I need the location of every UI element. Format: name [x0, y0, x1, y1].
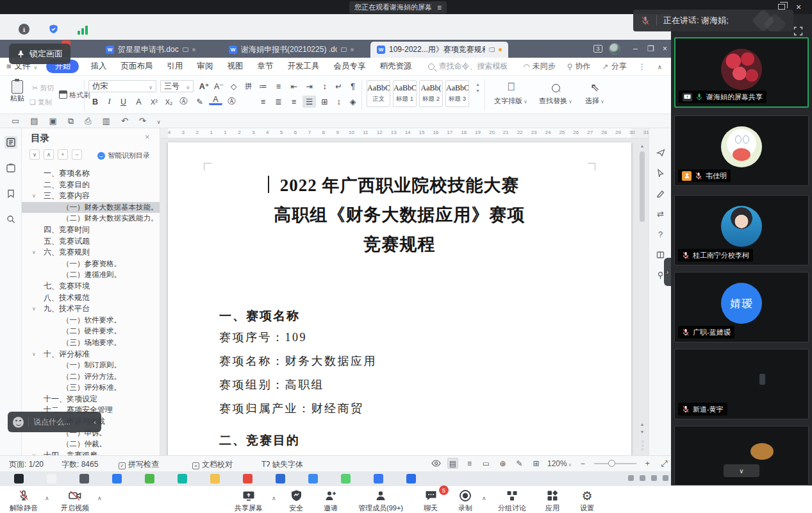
style-card[interactable]: AaBbC 正文	[367, 80, 390, 107]
missing-font-button[interactable]: 缺失字体	[261, 459, 303, 470]
taskbar-app-icon[interactable]	[276, 474, 285, 484]
numbered-list-icon[interactable]	[272, 80, 285, 92]
command-search[interactable]: 查找命令、搜索模板	[428, 61, 508, 72]
scroll-options-dots[interactable]: ○○○	[640, 440, 645, 451]
increase-indent-icon[interactable]	[302, 80, 316, 92]
toc-item[interactable]: （三）评分标准。	[22, 382, 160, 394]
start-video-button[interactable]: 开启视频	[56, 488, 94, 513]
tray-icon[interactable]	[663, 475, 668, 481]
scroll-up-icon[interactable]: ▲	[640, 144, 645, 148]
page-view-icon[interactable]	[447, 458, 458, 469]
save-icon[interactable]	[49, 117, 57, 125]
font-color-button[interactable]	[209, 96, 222, 105]
toc-item[interactable]: 八、技术规范	[22, 292, 160, 304]
select-cursor-icon[interactable]	[654, 167, 667, 179]
toc-item[interactable]: （一）制订原则。	[22, 360, 160, 371]
toc-item[interactable]: （一）财务大数据基本技能。	[22, 202, 160, 214]
outline-panel-icon[interactable]	[4, 136, 17, 149]
vertical-scrollbar[interactable]: ▲ ▲ ▼	[640, 142, 645, 450]
taskbar-app-icon[interactable]	[47, 474, 56, 484]
toc-item[interactable]: 十一、奖项设定	[22, 394, 160, 405]
scroll-down-icon[interactable]: ▼	[476, 88, 480, 93]
participant-tile[interactable]: 韦佳明	[674, 115, 809, 186]
sync-status-button[interactable]: 未同步	[523, 61, 555, 72]
swap-arrows-icon[interactable]: ⇄	[654, 208, 667, 220]
share-options-chevron[interactable]	[272, 495, 276, 501]
more-options-icon[interactable]	[638, 62, 646, 71]
chat-button[interactable]: 5 聊天	[418, 488, 443, 513]
copy-button[interactable]: 复制	[29, 97, 52, 107]
meeting-security-shield-icon[interactable]	[48, 24, 59, 35]
zoom-out-icon[interactable]	[577, 458, 588, 469]
highlighter-icon[interactable]	[654, 187, 667, 199]
toc-item[interactable]: 十、评分标准	[22, 349, 160, 360]
bookmark-panel-icon[interactable]	[4, 187, 17, 200]
taskbar-app-icon[interactable]	[145, 474, 154, 484]
account-avatar[interactable]	[609, 43, 620, 55]
decrease-indent-icon[interactable]	[287, 80, 301, 92]
highlight-pen-icon[interactable]	[193, 96, 206, 108]
font-name-select[interactable]: 仿宋	[88, 80, 156, 92]
network-signal-icon[interactable]	[78, 24, 88, 35]
security-button[interactable]: 安全	[283, 488, 309, 513]
new-tab-button[interactable]	[487, 44, 493, 55]
annotate-icon[interactable]	[514, 458, 525, 469]
superscript-button[interactable]	[147, 96, 161, 108]
menu-item[interactable]: 会员专享	[333, 61, 365, 72]
doc-tab-1[interactable]: W 贺星星申请书.doc	[99, 42, 202, 58]
align-center-icon[interactable]	[272, 96, 285, 108]
font-size-select[interactable]: 三号	[160, 80, 194, 92]
scroll-participants-down-button[interactable]	[724, 464, 759, 477]
taskbar-app-icon[interactable]	[210, 474, 220, 484]
text-layout-tool[interactable]: 文字排版	[491, 81, 531, 106]
menu-item[interactable]: 稻壳资源	[379, 61, 411, 72]
underline-button[interactable]	[117, 96, 130, 108]
decrease-font-icon[interactable]	[212, 80, 226, 92]
emoji-icon[interactable]	[13, 417, 24, 428]
toc-item[interactable]: 三、竞赛内容	[22, 190, 160, 202]
customize-toolbar-icon[interactable]	[157, 117, 161, 125]
tray-icon[interactable]	[628, 475, 634, 481]
paste-button[interactable]: 粘贴	[8, 80, 27, 103]
line-spacing-icon[interactable]	[332, 96, 345, 108]
clear-format-icon[interactable]	[227, 80, 240, 92]
menu-item[interactable]: 页面布局	[120, 61, 153, 72]
collaborate-button[interactable]: 协作	[567, 61, 591, 72]
align-right-icon[interactable]	[287, 96, 301, 108]
char-border-icon[interactable]	[225, 96, 238, 108]
fullscreen-view-icon[interactable]	[659, 458, 670, 469]
window-restore-icon[interactable]	[778, 4, 785, 10]
distribute-icon[interactable]	[318, 96, 331, 108]
sort-icon[interactable]	[318, 80, 331, 92]
record-options-chevron[interactable]	[482, 495, 486, 501]
collapse-all-icon[interactable]: ∧	[44, 149, 54, 160]
panel-collapse-handle[interactable]	[664, 258, 671, 286]
search-panel-icon[interactable]	[4, 213, 17, 226]
bullet-list-icon[interactable]	[256, 80, 270, 92]
find-replace-tool[interactable]: 查找替换	[536, 81, 576, 106]
toc-item[interactable]: （二）财务大数据实践能力。	[22, 213, 160, 224]
spellcheck-toggle[interactable]: ✓拼写检查	[119, 459, 159, 470]
wps-close-icon[interactable]: ×	[663, 44, 667, 53]
menu-item[interactable]: 章节	[257, 61, 273, 72]
taskbar-app-icon[interactable]	[341, 474, 351, 484]
toc-item[interactable]: （二）硬件要求。	[22, 326, 160, 337]
toc-item[interactable]: （二）遵循准则。	[22, 269, 160, 281]
style-card[interactable]: AaBbC 标题 1	[393, 80, 417, 107]
close-icon[interactable]	[145, 132, 150, 142]
taskbar-app-icon[interactable]	[178, 474, 187, 484]
open-file-icon[interactable]	[30, 117, 38, 125]
prev-page-icon[interactable]: ▲	[640, 422, 645, 426]
toc-item[interactable]: 六、竞赛规则	[22, 247, 160, 258]
participant-tile[interactable]: 新道-黄宇	[674, 349, 809, 419]
scroll-up-icon[interactable]: ▲	[476, 82, 480, 87]
window-close-icon[interactable]	[796, 1, 801, 13]
align-left-icon[interactable]	[256, 96, 270, 108]
toc-item[interactable]: 九、技术平台	[22, 303, 160, 315]
taskbar-app-icon[interactable]	[14, 474, 24, 484]
apps-button[interactable]: 应用	[540, 488, 565, 513]
toc-item[interactable]: 二、竞赛目的	[22, 180, 160, 191]
eye-protect-icon[interactable]	[431, 458, 442, 469]
text-direction-icon[interactable]	[332, 80, 345, 92]
shading-icon[interactable]	[346, 96, 360, 108]
